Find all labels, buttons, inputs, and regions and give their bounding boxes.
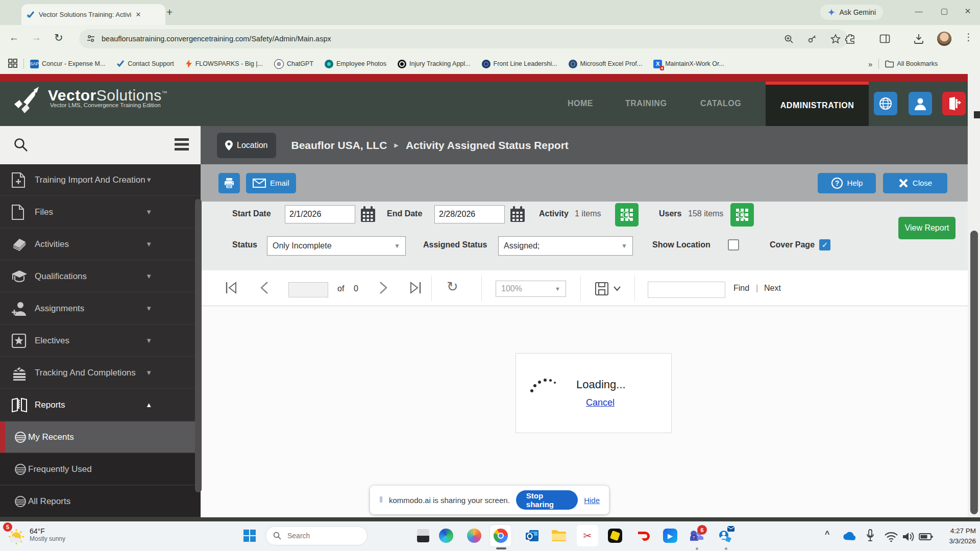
start-date-input[interactable]	[285, 205, 355, 223]
search-icon[interactable]	[13, 137, 29, 153]
status-select[interactable]: Only Incomplete▼	[267, 236, 406, 256]
vector-solutions-logo[interactable]: VectorSolutions™ Vector LMS, Convergence…	[11, 87, 167, 118]
taskbar-app-copilot[interactable]	[463, 525, 485, 546]
help-button[interactable]: ? Help	[818, 173, 876, 193]
taskbar-app-window[interactable]	[412, 525, 434, 546]
all-bookmarks-button[interactable]: All Bookmarks	[885, 60, 938, 68]
email-button[interactable]: Email	[246, 173, 296, 193]
sidebar-item-electives[interactable]: Electives▼	[0, 325, 201, 357]
sidebar-item-assignments[interactable]: Assignments▼	[0, 293, 201, 324]
tab-close-icon[interactable]: ✕	[135, 11, 141, 18]
refresh-icon[interactable]: ↻	[447, 279, 458, 295]
taskbar-search[interactable]	[265, 526, 368, 545]
ask-gemini-button[interactable]: Ask Gemini	[820, 5, 883, 20]
find-input[interactable]	[648, 282, 725, 298]
battery-icon[interactable]	[919, 532, 933, 542]
hide-link[interactable]: Hide	[584, 496, 600, 505]
taskbar-app-outlook[interactable]	[522, 525, 543, 546]
forward-icon[interactable]: →	[32, 32, 41, 43]
nav-catalog[interactable]: CATALOG	[700, 99, 741, 108]
taskbar-app-bookings[interactable]	[715, 525, 736, 546]
speaker-icon[interactable]	[902, 531, 915, 542]
nav-home[interactable]: HOME	[568, 99, 593, 108]
bookmark-injury-tracking[interactable]: Injury Tracking Appl...	[398, 60, 471, 68]
cancel-link[interactable]: Cancel	[586, 397, 615, 408]
end-date-input[interactable]	[434, 205, 505, 223]
sidebar-item-frequently-used[interactable]: Frequently Used	[0, 454, 201, 485]
close-button[interactable]: Close	[883, 173, 947, 193]
window-maximize-button[interactable]: ▢	[934, 1, 954, 21]
start-button[interactable]	[239, 525, 260, 546]
logout-button[interactable]	[942, 92, 966, 115]
sidebar-item-files[interactable]: Files▼	[0, 196, 201, 228]
back-icon[interactable]: ←	[9, 32, 19, 43]
sidebar-item-my-recents[interactable]: My Recents	[0, 421, 201, 453]
bookmark-employee-photos[interactable]: Employee Photos	[325, 60, 386, 68]
taskbar-app-chrome-active[interactable]	[490, 525, 511, 546]
bookmark-flowsparks[interactable]: FLOWSPARKS - Big |...	[185, 60, 263, 68]
window-close-button[interactable]: ✕	[958, 1, 978, 21]
sidebar-item-qualifications[interactable]: Qualifications▼	[0, 261, 201, 292]
taskbar-app-yellow[interactable]	[604, 525, 626, 546]
side-panel-icon[interactable]	[879, 34, 890, 44]
weather-widget[interactable]: 5 64°F Mostly sunny	[5, 524, 65, 545]
omnibox[interactable]: beauflorusatraining.convergencetraining.…	[79, 29, 848, 48]
zoom-select[interactable]: 100%▼	[496, 281, 566, 297]
sidebar-item-activities[interactable]: Activities▼	[0, 229, 201, 260]
find-button[interactable]: Find	[733, 284, 749, 293]
zoom-page-icon[interactable]	[784, 34, 794, 44]
window-minimize-button[interactable]: —	[909, 1, 929, 21]
bookmark-maintainx[interactable]: X4MaintainX-Work Or...	[653, 60, 724, 68]
users-select-button[interactable]	[730, 203, 754, 227]
browser-tab[interactable]: Vector Solutions Training: Activi ✕	[21, 4, 165, 25]
export-chevron-icon[interactable]	[613, 286, 621, 292]
cover-page-checkbox[interactable]: ✓	[819, 239, 830, 251]
start-date-calendar-icon[interactable]	[360, 206, 376, 223]
profile-button[interactable]	[909, 92, 932, 115]
taskbar-app-file-explorer[interactable]	[548, 525, 570, 546]
bookmark-chatgpt[interactable]: ⊛ChatGPT	[274, 59, 313, 69]
taskbar-app-snipping[interactable]: ✂	[577, 525, 598, 546]
export-save-icon[interactable]	[595, 282, 609, 296]
taskbar-app-red[interactable]	[633, 525, 654, 546]
wifi-icon[interactable]	[885, 532, 898, 542]
site-settings-icon[interactable]	[86, 34, 95, 43]
bookmark-star-icon[interactable]	[830, 34, 841, 44]
taskbar-app-teams[interactable]: T 6	[686, 525, 707, 546]
sidebar-item-training-import[interactable]: Training Import And Creation▼	[0, 164, 201, 196]
bookmark-front-line[interactable]: Front Line Leadershi...	[482, 60, 557, 68]
tray-chevron-icon[interactable]: ^	[825, 530, 829, 539]
stop-sharing-button[interactable]: Stop sharing	[516, 490, 578, 510]
apps-grid-icon[interactable]	[8, 59, 17, 69]
next-button[interactable]: Next	[764, 284, 781, 293]
bookmark-contact-support[interactable]: Contact Support	[116, 60, 174, 68]
onedrive-icon[interactable]	[842, 531, 855, 540]
taskbar-app-edge[interactable]	[435, 525, 457, 546]
sidebar-item-reports[interactable]: Reports▲	[0, 389, 201, 421]
page-number-input[interactable]	[288, 282, 328, 297]
assigned-status-select[interactable]: Assigned;▼	[498, 236, 633, 256]
browser-menu-kebab-icon[interactable]: ⋮	[964, 31, 973, 43]
downloads-icon[interactable]	[913, 33, 924, 44]
language-globe-button[interactable]	[874, 92, 897, 115]
show-location-checkbox[interactable]	[728, 239, 739, 251]
password-key-icon[interactable]	[807, 34, 817, 44]
clock[interactable]: 4:27 PM 3/3/2026	[938, 526, 976, 546]
nav-administration[interactable]: ADMINISTRATION	[766, 82, 869, 126]
prev-page-icon[interactable]	[259, 281, 270, 295]
bookmark-excel[interactable]: Microsoft Excel Prof...	[569, 60, 643, 68]
page-scrollbar-thumb[interactable]	[970, 231, 978, 514]
hamburger-menu-icon[interactable]	[175, 138, 189, 151]
activity-select-button[interactable]	[615, 203, 639, 227]
print-button[interactable]	[218, 173, 240, 193]
extensions-puzzle-icon[interactable]	[845, 34, 855, 44]
profile-avatar[interactable]	[937, 32, 951, 46]
taskbar-app-stream[interactable]: ▶	[659, 525, 681, 546]
view-report-button[interactable]: View Report	[898, 217, 955, 239]
bookmark-concur[interactable]: SAPConcur - Expense M...	[30, 60, 105, 68]
location-chip[interactable]: Location	[217, 133, 276, 158]
breadcrumb-company[interactable]: Beauflor USA, LLC	[291, 139, 387, 152]
new-tab-icon[interactable]: +	[166, 6, 173, 18]
first-page-icon[interactable]	[225, 281, 238, 295]
taskbar-search-input[interactable]	[286, 531, 355, 540]
